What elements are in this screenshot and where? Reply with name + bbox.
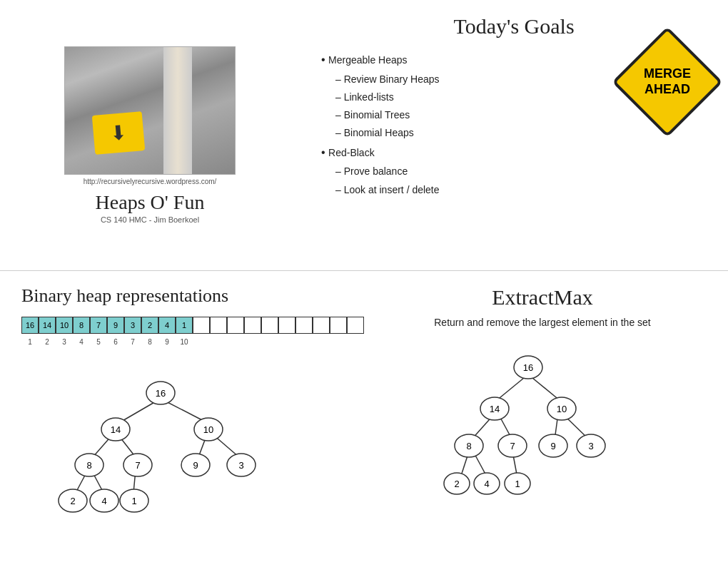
svg-text:4: 4 (101, 496, 106, 506)
bottom-left: Binary heap representations 161410879324… (0, 271, 357, 562)
bullet-redblack: Red-Black Prove balance Look at insert /… (321, 143, 707, 199)
array-cell-14 (261, 317, 278, 334)
array-cell-17 (313, 317, 330, 334)
svg-text:2: 2 (70, 496, 75, 506)
extractmax-tree: 16 14 10 8 7 9 3 2 4 1 (443, 335, 642, 514)
array-index-10: 10 (176, 338, 193, 346)
array-cell-12 (227, 317, 244, 334)
array-container: 1614108793241 (21, 317, 364, 334)
merge-text: MERGE AHEAD (644, 66, 691, 97)
goals-title: Today's Goals (321, 14, 707, 39)
svg-text:9: 9 (193, 460, 198, 471)
right-panel: Today's Goals Mergeable Heaps Review Bin… (300, 0, 728, 270)
binary-heap-tree: 16 14 10 8 7 9 3 2 4 1 (21, 356, 293, 520)
svg-text:9: 9 (550, 441, 555, 451)
slide-title: Heaps O' Fun (96, 191, 205, 214)
merge-line2: AHEAD (644, 82, 691, 98)
array-cell-10 (193, 317, 210, 334)
svg-text:3: 3 (238, 460, 243, 471)
array-cell-16 (295, 317, 313, 334)
array-index-8: 8 (141, 338, 158, 346)
array-cell-15 (278, 317, 295, 334)
svg-text:8: 8 (466, 441, 471, 451)
image-url: http://recursivelyrecursive.wordpress.co… (84, 178, 217, 185)
svg-text:16: 16 (523, 362, 533, 373)
array-cell-5: 9 (107, 317, 124, 334)
svg-text:8: 8 (86, 460, 91, 471)
array-index-5: 5 (90, 338, 107, 346)
array-cell-18 (330, 317, 347, 334)
array-cell-4: 7 (90, 317, 107, 334)
svg-text:16: 16 (156, 388, 166, 399)
array-cell-0: 16 (21, 317, 39, 334)
slide-image (64, 46, 236, 175)
svg-text:1: 1 (131, 496, 136, 506)
array-index-2: 2 (39, 338, 56, 346)
array-cell-2: 10 (56, 317, 73, 334)
sub-list-redblack: Prove balance Look at insert / delete (321, 163, 707, 198)
array-index-7: 7 (124, 338, 141, 346)
merge-line1: MERGE (644, 66, 691, 82)
svg-text:7: 7 (510, 441, 515, 451)
svg-text:2: 2 (454, 479, 459, 489)
binary-heap-title: Binary heap representations (21, 285, 228, 307)
array-index-6: 6 (107, 338, 124, 346)
extract-title: ExtractMax (492, 285, 593, 310)
array-cell-7: 2 (141, 317, 158, 334)
array-cell-11 (210, 317, 227, 334)
top-section: http://recursivelyrecursive.wordpress.co… (0, 0, 728, 271)
extract-subtitle: Return and remove the largest element in… (434, 317, 651, 328)
array-cell-1: 14 (39, 317, 56, 334)
svg-text:14: 14 (490, 404, 500, 414)
array-index-3: 3 (56, 338, 73, 346)
array-cell-3: 8 (73, 317, 90, 334)
svg-text:10: 10 (203, 424, 213, 435)
array-indices: 12345678910 (21, 338, 364, 346)
bottom-section: Binary heap representations 161410879324… (0, 271, 728, 562)
array-cell-9: 1 (176, 317, 193, 334)
array-index-9: 9 (158, 338, 176, 346)
bottom-right: ExtractMax Return and remove the largest… (357, 271, 728, 562)
svg-text:4: 4 (484, 479, 489, 489)
svg-text:10: 10 (557, 404, 567, 414)
svg-text:7: 7 (135, 460, 140, 471)
sub-prove-balance: Prove balance (335, 163, 707, 180)
svg-text:14: 14 (111, 424, 121, 435)
array-cell-8: 4 (158, 317, 176, 334)
svg-text:3: 3 (588, 441, 593, 451)
array-cell-13 (244, 317, 261, 334)
array-index-4: 4 (73, 338, 90, 346)
left-panel: http://recursivelyrecursive.wordpress.co… (0, 0, 300, 270)
svg-text:1: 1 (515, 479, 520, 489)
array-cell-6: 3 (124, 317, 141, 334)
merge-sign: MERGE AHEAD (621, 36, 714, 128)
sub-insert-delete: Look at insert / delete (335, 181, 707, 199)
array-index-1: 1 (21, 338, 39, 346)
slide-subtitle: CS 140 HMC - Jim Boerkoel (101, 215, 199, 224)
